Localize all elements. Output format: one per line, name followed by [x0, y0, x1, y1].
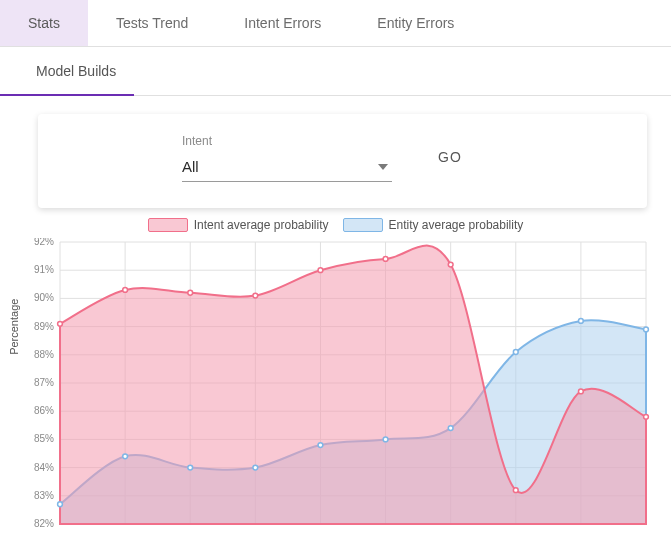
svg-text:90%: 90%	[34, 292, 54, 303]
svg-point-51	[644, 414, 649, 419]
svg-text:89%: 89%	[34, 321, 54, 332]
chart-legend: Intent average probability Entity averag…	[0, 218, 671, 232]
chart-svg: 82%83%84%85%86%87%88%89%90%91%92%	[24, 238, 654, 528]
tab-label: Stats	[28, 15, 60, 31]
svg-point-36	[318, 443, 323, 448]
tab-stats[interactable]: Stats	[0, 0, 88, 46]
svg-text:92%: 92%	[34, 238, 54, 247]
svg-text:88%: 88%	[34, 349, 54, 360]
svg-point-44	[188, 290, 193, 295]
intent-select-group: Intent All	[182, 134, 392, 182]
svg-text:85%: 85%	[34, 433, 54, 444]
legend-item-entity[interactable]: Entity average probability	[343, 218, 524, 232]
intent-select-label: Intent	[182, 134, 392, 148]
subtabs-row: Model Builds	[0, 47, 671, 96]
svg-point-33	[123, 454, 128, 459]
chevron-down-icon	[378, 164, 388, 170]
chart-ylabel: Percentage	[8, 299, 20, 355]
svg-point-37	[383, 437, 388, 442]
svg-text:83%: 83%	[34, 490, 54, 501]
tab-entity-errors[interactable]: Entity Errors	[349, 0, 482, 46]
subtab-label: Model Builds	[36, 63, 116, 79]
intent-select-value: All	[182, 158, 199, 175]
svg-text:87%: 87%	[34, 377, 54, 388]
svg-point-50	[578, 389, 583, 394]
tab-label: Entity Errors	[377, 15, 454, 31]
tab-tests-trend[interactable]: Tests Trend	[88, 0, 216, 46]
svg-point-39	[513, 350, 518, 355]
svg-point-49	[513, 488, 518, 493]
svg-point-42	[58, 321, 63, 326]
intent-select[interactable]: All	[182, 154, 392, 182]
legend-label: Intent average probability	[194, 218, 329, 232]
legend-item-intent[interactable]: Intent average probability	[148, 218, 329, 232]
svg-text:84%: 84%	[34, 462, 54, 473]
tabs-row: Stats Tests Trend Intent Errors Entity E…	[0, 0, 671, 47]
svg-point-46	[318, 268, 323, 273]
svg-point-45	[253, 293, 258, 298]
tab-intent-errors[interactable]: Intent Errors	[216, 0, 349, 46]
svg-point-38	[448, 426, 453, 431]
chart-area: Percentage 82%83%84%85%86%87%88%89%90%91…	[24, 238, 657, 528]
svg-point-40	[578, 319, 583, 324]
svg-point-48	[448, 262, 453, 267]
svg-text:82%: 82%	[34, 518, 54, 528]
tab-label: Tests Trend	[116, 15, 188, 31]
svg-point-41	[644, 327, 649, 332]
svg-point-43	[123, 288, 128, 293]
svg-point-47	[383, 257, 388, 262]
svg-text:91%: 91%	[34, 264, 54, 275]
go-button-label: GO	[438, 149, 462, 165]
legend-swatch-icon	[343, 218, 383, 232]
go-button[interactable]: GO	[428, 143, 472, 171]
svg-point-34	[188, 465, 193, 470]
svg-point-35	[253, 465, 258, 470]
svg-point-32	[58, 502, 63, 507]
svg-text:86%: 86%	[34, 405, 54, 416]
tab-label: Intent Errors	[244, 15, 321, 31]
subtab-model-builds[interactable]: Model Builds	[0, 47, 134, 95]
controls-card: Intent All GO	[38, 114, 647, 208]
legend-swatch-icon	[148, 218, 188, 232]
legend-label: Entity average probability	[389, 218, 524, 232]
